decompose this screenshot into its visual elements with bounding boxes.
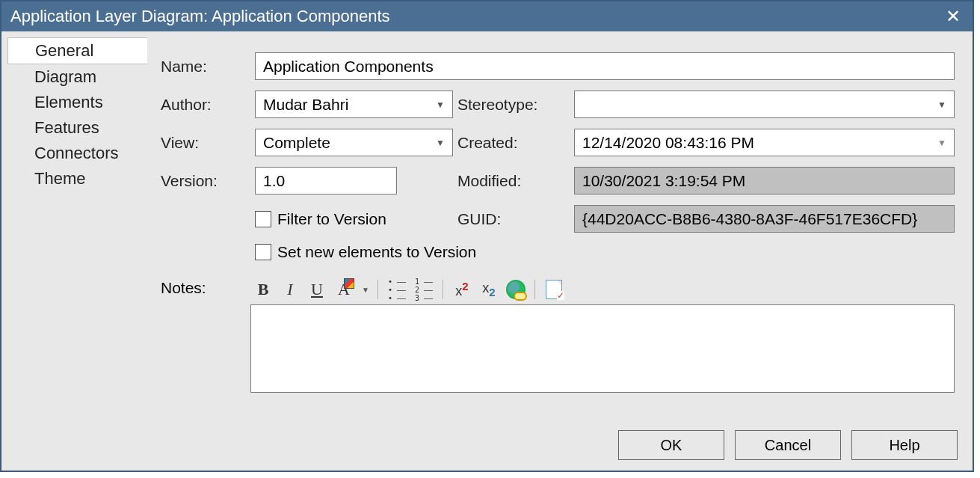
view-value: Complete [263, 134, 330, 152]
bold-icon: B [258, 280, 269, 299]
version-input[interactable]: 1.0 [255, 167, 397, 194]
dialog-body: General Diagram Elements Features Connec… [1, 31, 973, 420]
label-modified: Modified: [457, 172, 570, 190]
subscript-icon: x2 [482, 281, 495, 298]
chevron-down-icon: ▼ [937, 99, 946, 110]
form-grid: Name: Application Components Author: Mud… [161, 52, 955, 261]
guid-box: {44D20ACC-B8B6-4380-8A3F-46F517E36CFD} [574, 205, 955, 233]
chevron-down-icon: ▼ [436, 99, 445, 110]
sidebar-item-label: General [35, 41, 93, 60]
filter-to-version-row[interactable]: Filter to Version [255, 210, 453, 228]
dialog-footer: OK Cancel Help [1, 420, 973, 471]
label-notes: Notes: [161, 275, 250, 297]
label-version: Version: [161, 172, 250, 190]
author-value: Mudar Bahri [263, 96, 348, 114]
sidebar-item-theme[interactable]: Theme [1, 166, 147, 191]
toolbar-separator [377, 280, 378, 299]
help-button[interactable]: Help [851, 430, 958, 460]
chevron-down-icon: ▼ [937, 138, 946, 148]
sidebar-item-label: Connectors [34, 144, 119, 162]
document-button[interactable] [541, 278, 567, 301]
underline-button[interactable]: U [304, 278, 330, 301]
italic-button[interactable]: I [277, 278, 303, 301]
superscript-icon: x2 [455, 280, 468, 299]
notes-toolbar: B I U A ▼ • ——• ——• —— 1 ——2 ——3 —— [250, 275, 955, 304]
name-input[interactable]: Application Components [255, 52, 955, 80]
globe-icon [506, 280, 526, 299]
label-author: Author: [161, 96, 250, 114]
set-new-elements-label: Set new elements to Version [277, 243, 476, 261]
set-new-elements-row[interactable]: Set new elements to Version [255, 243, 955, 261]
sidebar-item-general[interactable]: General [7, 37, 148, 64]
stereotype-combo[interactable]: ▼ [574, 91, 955, 118]
sidebar-item-connectors[interactable]: Connectors [1, 141, 147, 166]
ok-button[interactable]: OK [618, 430, 724, 460]
superscript-button[interactable]: x2 [449, 278, 475, 301]
sidebar-item-diagram[interactable]: Diagram [1, 64, 147, 90]
notes-textarea[interactable] [250, 304, 955, 393]
notes-row: Notes: B I U A ▼ • ——• ——• —— [161, 275, 955, 393]
chevron-down-icon: ▼ [362, 286, 369, 294]
sidebar-item-label: Elements [34, 93, 103, 111]
view-combo[interactable]: Complete ▼ [255, 129, 453, 156]
label-view: View: [161, 134, 250, 152]
chevron-down-icon: ▼ [436, 138, 445, 148]
author-combo[interactable]: Mudar Bahri ▼ [255, 91, 453, 118]
label-created: Created: [457, 134, 570, 152]
sidebar-item-label: Features [34, 118, 99, 137]
filter-to-version-label: Filter to Version [277, 210, 386, 228]
number-list-icon: 1 ——2 ——3 —— [415, 278, 433, 302]
sidebar-item-elements[interactable]: Elements [1, 90, 147, 115]
modified-box: 10/30/2021 3:19:54 PM [574, 167, 955, 194]
created-value: 12/14/2020 08:43:16 PM [582, 134, 754, 152]
sidebar-item-label: Diagram [34, 67, 96, 86]
cancel-button[interactable]: Cancel [735, 430, 841, 460]
filter-to-version-checkbox[interactable] [255, 211, 271, 227]
italic-icon: I [287, 280, 292, 299]
guid-value: {44D20ACC-B8B6-4380-8A3F-46F517E36CFD} [582, 210, 917, 228]
notes-area: B I U A ▼ • ——• ——• —— 1 ——2 ——3 —— [250, 275, 955, 393]
main-panel: Name: Application Components Author: Mud… [147, 31, 973, 420]
document-icon [546, 280, 562, 299]
bullet-list-button[interactable]: • ——• ——• —— [384, 278, 410, 301]
font-color-icon: A [338, 280, 350, 299]
bold-button[interactable]: B [250, 278, 276, 301]
sidebar: General Diagram Elements Features Connec… [1, 31, 147, 420]
sidebar-item-label: Theme [34, 169, 85, 188]
label-stereotype: Stereotype: [457, 96, 570, 114]
set-new-elements-checkbox[interactable] [255, 244, 271, 260]
modified-value: 10/30/2021 3:19:54 PM [582, 172, 745, 190]
version-value: 1.0 [263, 172, 285, 190]
label-guid: GUID: [457, 210, 570, 228]
name-value: Application Components [263, 58, 434, 76]
hyperlink-button[interactable] [503, 278, 528, 301]
number-list-button[interactable]: 1 ——2 ——3 —— [411, 278, 437, 301]
underline-icon: U [311, 280, 323, 299]
label-name: Name: [161, 58, 250, 76]
close-icon[interactable]: ✕ [943, 7, 964, 25]
bullet-list-icon: • ——• ——• —— [388, 278, 406, 302]
created-combo[interactable]: 12/14/2020 08:43:16 PM ▼ [574, 129, 955, 156]
sidebar-item-features[interactable]: Features [1, 115, 147, 141]
titlebar: Application Layer Diagram: Application C… [1, 1, 973, 31]
font-color-dropdown[interactable]: ▼ [358, 278, 372, 301]
dialog-window: Application Layer Diagram: Application C… [0, 0, 974, 472]
toolbar-separator [443, 280, 443, 299]
subscript-button[interactable]: x2 [476, 278, 502, 301]
toolbar-separator [534, 280, 535, 299]
font-color-button[interactable]: A [331, 278, 357, 301]
window-title: Application Layer Diagram: Application C… [10, 7, 390, 26]
